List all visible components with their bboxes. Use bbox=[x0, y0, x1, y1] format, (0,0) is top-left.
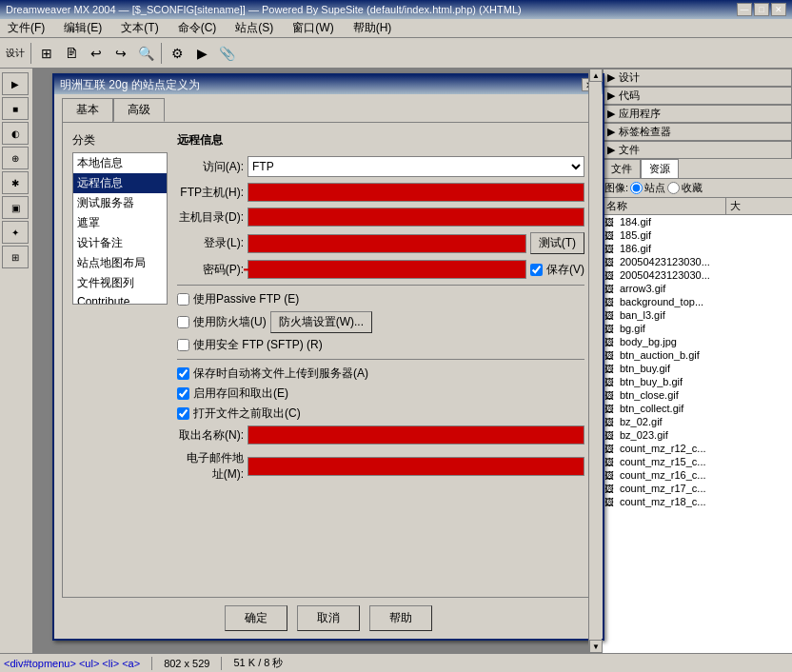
login-input[interactable] bbox=[248, 234, 526, 253]
password-label: 密码(P): bbox=[177, 262, 244, 278]
checkout-name-input[interactable] bbox=[248, 425, 584, 445]
ftp-host-row: FTP主机(H): bbox=[177, 183, 584, 202]
auto-upload-label: 保存时自动将文件上传到服务器(A) bbox=[193, 366, 368, 382]
ok-button[interactable]: 确定 bbox=[225, 605, 287, 631]
ftp-host-input[interactable] bbox=[248, 183, 584, 202]
firewall-checkbox[interactable] bbox=[177, 316, 189, 328]
cancel-button[interactable]: 取消 bbox=[297, 605, 360, 631]
email-label: 电子邮件地址(M): bbox=[177, 450, 244, 483]
ftp-host-label: FTP主机(H): bbox=[177, 185, 244, 201]
menu-edit[interactable]: 编辑(E) bbox=[60, 20, 106, 36]
passive-ftp-label: 使用Passive FTP (E) bbox=[193, 291, 299, 307]
password-row: 密码(P): 保存(V) bbox=[177, 260, 584, 279]
main-area: ▶ ■ ◐ ⊕ ✱ ▣ ✦ ⊞ ➔ ▶ 设计 ▶ 代码 ▶ 应用程序 ▶ 标签检… bbox=[0, 69, 792, 672]
scroll-down-button[interactable]: ▼ bbox=[589, 640, 603, 653]
category-list: 本地信息远程信息测试服务器遮罩设计备注站点地图布局文件视图列Contribute bbox=[72, 152, 168, 305]
scroll-up-button[interactable]: ▲ bbox=[589, 69, 603, 82]
status-sep-1 bbox=[151, 657, 152, 670]
email-input[interactable] bbox=[248, 457, 584, 476]
remote-panel: 远程信息 访问(A): FTP FTP主机(H): bbox=[177, 132, 584, 488]
remote-title: 远程信息 bbox=[177, 132, 584, 148]
menu-window[interactable]: 窗口(W) bbox=[288, 20, 337, 36]
dialog-title-bar: 明洲互联 20g 的站点定义为 ✕ bbox=[54, 75, 603, 94]
enable-checkout-row: 启用存回和取出(E) bbox=[177, 385, 584, 402]
divider-1 bbox=[177, 285, 584, 286]
access-select[interactable]: FTP bbox=[248, 156, 584, 177]
access-label: 访问(A): bbox=[177, 159, 244, 175]
sftp-label: 使用安全 FTP (SFTP) (R) bbox=[193, 337, 323, 353]
enable-checkout-checkbox[interactable] bbox=[177, 387, 189, 400]
maximize-button[interactable]: □ bbox=[754, 3, 769, 16]
site-definition-dialog: 明洲互联 20g 的站点定义为 ✕ 基本 高级 分类 本地信息远程信息测试服务器… bbox=[52, 73, 604, 641]
toolbar-btn-3[interactable]: ↩ bbox=[85, 42, 108, 65]
test-button[interactable]: 测试(T) bbox=[530, 232, 584, 254]
category-item-1[interactable]: 远程信息 bbox=[73, 173, 167, 193]
menu-file[interactable]: 文件(F) bbox=[4, 20, 49, 36]
sftp-row: 使用安全 FTP (SFTP) (R) bbox=[177, 337, 584, 353]
help-button[interactable]: 帮助 bbox=[369, 605, 432, 631]
checkout-name-label: 取出名称(N): bbox=[177, 427, 244, 444]
divider-2 bbox=[177, 359, 584, 360]
title-bar: Dreamweaver MX 2004 — [$_SCONFIG[sitenam… bbox=[0, 0, 792, 19]
dialog-title-text: 明洲互联 20g 的站点定义为 bbox=[60, 77, 200, 93]
toolbar-separator bbox=[30, 43, 31, 64]
checkout-before-checkbox[interactable] bbox=[177, 407, 189, 420]
toolbar-separator-2 bbox=[161, 43, 162, 64]
category-item-6[interactable]: 文件视图列 bbox=[73, 273, 167, 293]
dialog-content: 分类 本地信息远程信息测试服务器遮罩设计备注站点地图布局文件视图列Contrib… bbox=[62, 122, 595, 598]
category-item-7[interactable]: Contribute bbox=[73, 293, 167, 305]
menu-command[interactable]: 命令(C) bbox=[174, 20, 221, 36]
auto-upload-row: 保存时自动将文件上传到服务器(A) bbox=[177, 366, 584, 382]
window-title: Dreamweaver MX 2004 — [$_SCONFIG[sitenam… bbox=[6, 4, 522, 15]
tag-path: <div#topmenu> <ul> <li> <a> bbox=[4, 658, 140, 669]
category-item-0[interactable]: 本地信息 bbox=[73, 153, 167, 173]
save-password-checkbox[interactable] bbox=[530, 264, 543, 276]
passive-ftp-checkbox[interactable] bbox=[177, 293, 189, 306]
ftp-dir-input[interactable] bbox=[248, 208, 584, 227]
close-button[interactable]: ✕ bbox=[771, 3, 786, 16]
tab-advanced[interactable]: 高级 bbox=[113, 98, 165, 122]
toolbar-btn-4[interactable]: ↪ bbox=[109, 42, 132, 65]
category-item-2[interactable]: 测试服务器 bbox=[73, 193, 167, 213]
design-view-button[interactable]: 设计 bbox=[4, 42, 27, 65]
vertical-scrollbar[interactable]: ▲ ▼ bbox=[588, 69, 602, 653]
access-row: 访问(A): FTP bbox=[177, 156, 584, 177]
category-label: 分类 bbox=[72, 132, 168, 148]
toolbar: 设计 ⊞ 🖹 ↩ ↪ 🔍 ⚙ ▶ 📎 bbox=[0, 38, 792, 69]
firewall-row: 使用防火墙(U) 防火墙设置(W)... bbox=[177, 311, 584, 333]
toolbar-btn-2[interactable]: 🖹 bbox=[60, 42, 83, 65]
login-label: 登录(L): bbox=[177, 235, 244, 251]
scroll-track[interactable] bbox=[589, 82, 602, 640]
menu-site[interactable]: 站点(S) bbox=[231, 20, 277, 36]
arrow-indicator: ➔ bbox=[243, 259, 257, 280]
toolbar-btn-5[interactable]: 🔍 bbox=[134, 42, 157, 65]
menu-text[interactable]: 文本(T) bbox=[117, 20, 162, 36]
toolbar-btn-1[interactable]: ⊞ bbox=[35, 42, 58, 65]
email-row: 电子邮件地址(M): bbox=[177, 450, 584, 483]
dialog-footer: 确定 取消 帮助 bbox=[54, 598, 603, 639]
login-row: 登录(L): 测试(T) bbox=[177, 232, 584, 254]
tab-basic[interactable]: 基本 bbox=[62, 98, 113, 122]
checkout-name-row: 取出名称(N): bbox=[177, 425, 584, 445]
firewall-settings-button[interactable]: 防火墙设置(W)... bbox=[270, 311, 372, 333]
category-item-3[interactable]: 遮罩 bbox=[73, 213, 167, 233]
checkout-before-row: 打开文件之前取出(C) bbox=[177, 405, 584, 422]
auto-upload-checkbox[interactable] bbox=[177, 367, 189, 380]
checkout-before-label: 打开文件之前取出(C) bbox=[193, 405, 301, 422]
dialog-inner: 分类 本地信息远程信息测试服务器遮罩设计备注站点地图布局文件视图列Contrib… bbox=[72, 132, 584, 488]
firewall-label: 使用防火墙(U) bbox=[193, 314, 267, 330]
toolbar-btn-8[interactable]: 📎 bbox=[215, 42, 238, 65]
sftp-checkbox[interactable] bbox=[177, 339, 189, 351]
toolbar-btn-6[interactable]: ⚙ bbox=[166, 42, 188, 65]
enable-checkout-label: 启用存回和取出(E) bbox=[193, 385, 288, 402]
ftp-dir-label: 主机目录(D): bbox=[177, 209, 244, 226]
toolbar-btn-7[interactable]: ▶ bbox=[190, 42, 213, 65]
window-controls[interactable]: — □ ✕ bbox=[737, 3, 786, 16]
category-panel: 分类 本地信息远程信息测试服务器遮罩设计备注站点地图布局文件视图列Contrib… bbox=[72, 132, 168, 488]
category-item-5[interactable]: 站点地图布局 bbox=[73, 253, 167, 273]
minimize-button[interactable]: — bbox=[737, 3, 752, 16]
password-input[interactable] bbox=[248, 260, 526, 279]
category-item-4[interactable]: 设计备注 bbox=[73, 233, 167, 253]
save-password-label: 保存(V) bbox=[546, 262, 584, 278]
menu-help[interactable]: 帮助(H) bbox=[349, 20, 396, 36]
